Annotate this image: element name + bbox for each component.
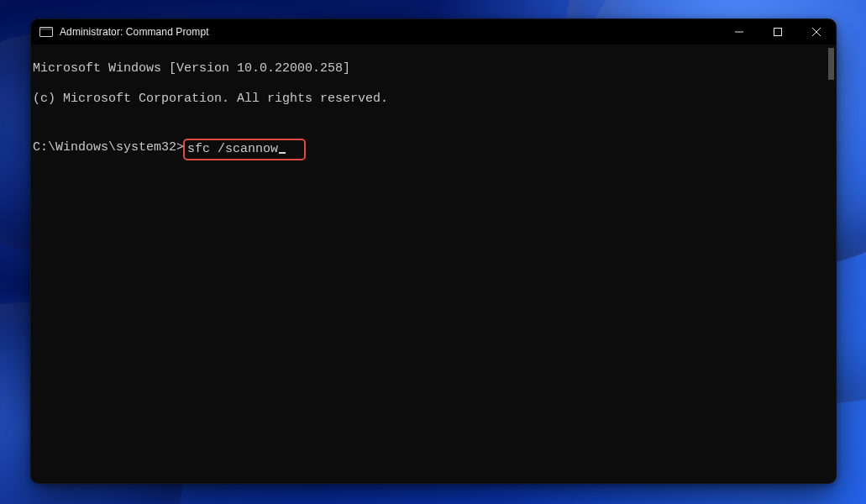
close-button[interactable] <box>797 19 836 45</box>
prompt-text: C:\Windows\system32> <box>33 140 184 155</box>
command-highlight-annotation: sfc /scannow <box>183 139 306 160</box>
maximize-button[interactable] <box>758 19 797 45</box>
vertical-scrollbar[interactable] <box>826 45 836 483</box>
svg-rect-0 <box>774 29 782 36</box>
command-prompt-window: Administrator: Command Prompt Microsoft … <box>30 18 837 484</box>
output-line: (c) Microsoft Corporation. All rights re… <box>33 92 822 107</box>
scrollbar-thumb[interactable] <box>828 48 834 80</box>
output-line: Microsoft Windows [Version 10.0.22000.25… <box>33 61 822 76</box>
typed-command: sfc /scannow <box>187 142 278 156</box>
terminal-area[interactable]: Microsoft Windows [Version 10.0.22000.25… <box>31 45 836 483</box>
titlebar[interactable]: Administrator: Command Prompt <box>31 19 836 45</box>
cmd-icon <box>39 27 53 37</box>
window-controls <box>720 19 836 45</box>
text-cursor <box>279 152 286 154</box>
minimize-button[interactable] <box>720 19 758 45</box>
terminal-output[interactable]: Microsoft Windows [Version 10.0.22000.25… <box>31 45 826 483</box>
window-title: Administrator: Command Prompt <box>60 26 209 38</box>
